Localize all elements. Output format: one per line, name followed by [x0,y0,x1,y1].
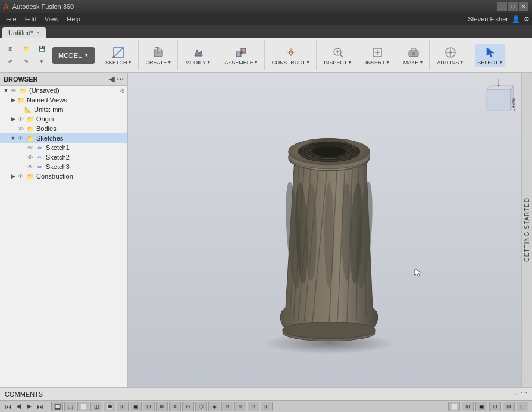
tab-untitled[interactable]: Untitled* × [2,27,46,38]
main: BROWSER ◀ ⋯ ▼ 👁 📁 (Unsaved) ⚙ ▶ 📁 Named … [0,73,532,387]
addins-button[interactable]: ADD-INS▼ [434,44,466,67]
construction-eye-icon: 👁 [17,172,25,180]
3d-model [241,88,420,361]
svg-point-4 [154,49,162,52]
tl-tool-11[interactable]: ⊙ [182,402,194,411]
tl-right-3[interactable]: ▣ [475,402,487,411]
tl-tool-6[interactable]: ⊞ [117,402,129,411]
timeline-right-tools: ⬜ ⊞ ▣ ⊟ ⊠ ⊡ [448,402,528,411]
tl-tool-2[interactable]: ⬚ [64,402,76,411]
construct-button[interactable]: CONSTRUCT▼ [270,44,312,67]
create-label: CREATE [146,60,167,65]
tl-prev-prev-button[interactable]: ⏮ [4,403,12,410]
tree-item-bodies[interactable]: 👁 📁 Bodies [0,124,127,133]
tl-right-6[interactable]: ⊡ [517,402,528,411]
inspect-label: INSPECT [324,60,347,65]
tl-tool-8[interactable]: ⊟ [143,402,155,411]
timeline: ⏮ ◀ ▶ ⏭ 🔲 ⬚ ⬜ ◫ 🔳 ⊞ ▣ ⊟ ⊕ ≡ ⊙ ⬡ ◈ ⊛ ⊜ ⊝ … [0,400,532,412]
tl-right-5[interactable]: ⊠ [503,402,515,411]
tl-tool-15[interactable]: ⊜ [234,402,246,411]
redo-icon[interactable]: ↷ [19,56,33,68]
toolbar-group-addins: ADD-INS▼ [431,40,470,70]
svg-point-62 [283,322,375,339]
modify-button[interactable]: MODIFY▼ [183,44,213,67]
svg-line-1 [114,48,123,57]
construct-dropdown-icon: ▼ [306,60,310,64]
root-arrow-icon: ▼ [2,88,10,93]
comments-add-icon[interactable]: ＋ [512,389,518,398]
save-icon[interactable]: 💾 [35,43,49,55]
tree-item-origin[interactable]: ▶ 👁 📁 Origin [0,114,127,124]
tree-item-sketch1[interactable]: 👁 ✏ Sketch1 [0,143,127,152]
tab-close-button[interactable]: × [37,30,40,36]
open-icon[interactable]: 📁 [19,43,33,55]
root-gear-icon[interactable]: ⚙ [120,88,125,94]
grid-icon[interactable]: ⊞ [4,43,18,55]
toolbar-group-modify: MODIFY▼ [179,40,217,70]
tree-item-units[interactable]: 📐 Units: mm [0,105,127,114]
tree-item-sketch2[interactable]: 👁 ✏ Sketch2 [0,152,127,162]
sketch1-eye-icon: 👁 [26,143,35,152]
tree-item-construction[interactable]: ▶ 👁 📁 Construction [0,171,127,181]
close-button[interactable]: ✕ [519,2,528,11]
tree-item-sketches[interactable]: ▼ 👁 📁 Sketches [0,133,127,143]
tl-tool-13[interactable]: ◈ [208,402,220,411]
tree-item-sketch3[interactable]: 👁 ✏ Sketch3 [0,162,127,171]
comments-options-icon[interactable]: ⋯ [521,389,527,398]
getting-started-panel[interactable]: GETTING STARTED [521,73,532,387]
menu-view[interactable]: View [41,14,62,24]
browser-collapse-icon[interactable]: ◀ [109,75,114,83]
tl-right-4[interactable]: ⊟ [489,402,501,411]
insert-button[interactable]: INSERT▼ [363,44,392,67]
inspect-button[interactable]: INSPECT▼ [321,44,354,67]
select-button[interactable]: SELECT▼ [475,44,505,67]
tl-next-button[interactable]: ⏭ [36,403,44,410]
maximize-button[interactable]: □ [508,2,518,11]
tab-label: Untitled* [8,29,33,36]
tl-tool-1[interactable]: 🔲 [51,402,63,411]
svg-rect-6 [155,47,159,48]
undo-icon[interactable]: ↶ [4,56,18,68]
tl-prev-button[interactable]: ◀ [14,402,23,410]
viewport[interactable]: RIGHT [128,73,532,387]
sketch-button[interactable]: SKETCH▼ [103,44,134,67]
comments-right: ＋ ⋯ [512,389,527,398]
tl-tool-5[interactable]: 🔳 [104,402,115,411]
tl-tool-12[interactable]: ⬡ [195,402,207,411]
tree-item-named-views[interactable]: ▶ 📁 Named Views [0,95,127,105]
bodies-folder-icon: 📁 [26,124,35,133]
tl-tool-3[interactable]: ⬜ [77,402,89,411]
create-dropdown-icon: ▼ [167,60,171,64]
svg-line-15 [340,54,343,57]
menu-file[interactable]: File [2,14,20,24]
tree-item-root[interactable]: ▼ 👁 📁 (Unsaved) ⚙ [0,86,127,95]
bodies-label: Bodies [36,125,57,132]
model-button[interactable]: MODEL ▼ [52,47,95,64]
units-icon: 📐 [24,105,32,114]
modify-label: MODIFY [185,60,206,65]
undo-dropdown-icon[interactable]: ▼ [35,56,49,68]
settings-icon[interactable]: ⚙ [524,15,530,23]
tl-tool-14[interactable]: ⊛ [221,402,233,411]
tl-tool-10[interactable]: ≡ [169,402,181,411]
menu-help[interactable]: Help [63,14,84,24]
minimize-button[interactable]: ─ [497,2,507,11]
viewcube[interactable]: RIGHT [481,77,517,113]
browser-header: BROWSER ◀ ⋯ [0,73,127,86]
tl-play-button[interactable]: ▶ [25,402,33,410]
tl-tool-17[interactable]: ⊞ [261,402,273,411]
make-button[interactable]: MAKE▼ [401,44,425,67]
tl-tool-4[interactable]: ◫ [90,402,102,411]
tl-right-1[interactable]: ⬜ [448,402,460,411]
browser-options-icon[interactable]: ⋯ [117,75,124,83]
create-button[interactable]: CREATE▼ [143,44,174,67]
tl-tool-9[interactable]: ⊕ [156,402,168,411]
tl-tool-7[interactable]: ▣ [130,402,142,411]
menu-edit[interactable]: Edit [21,14,40,24]
insert-label: INSERT [365,60,385,65]
origin-folder-icon: 📁 [26,115,35,123]
tl-tool-16[interactable]: ⊝ [248,402,259,411]
browser-sidebar: BROWSER ◀ ⋯ ▼ 👁 📁 (Unsaved) ⚙ ▶ 📁 Named … [0,73,128,387]
assemble-button[interactable]: ASSEMBLE▼ [222,44,260,67]
tl-right-2[interactable]: ⊞ [462,402,474,411]
